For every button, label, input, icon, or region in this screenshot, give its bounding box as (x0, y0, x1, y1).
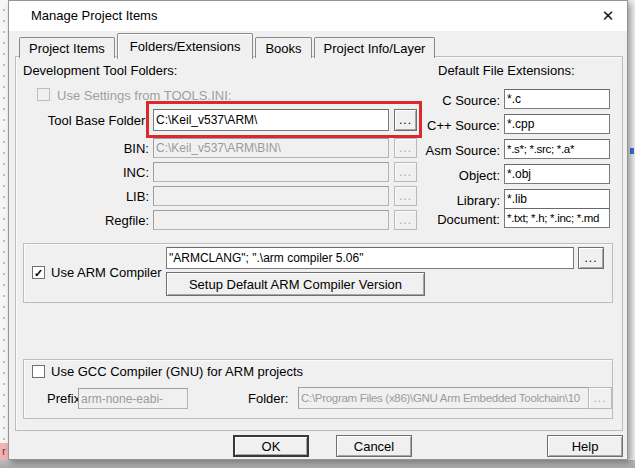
title-bar: Manage Project Items ✕ (9, 1, 627, 31)
ellipsis-icon: ... (399, 115, 412, 125)
cpp-source-label: C++ Source: (414, 118, 500, 133)
tab-books[interactable]: Books (255, 37, 311, 58)
background-bottom-edge (0, 460, 635, 468)
tab-strip: Project Items Folders/Extensions Books P… (19, 32, 437, 58)
gcc-folder-input (298, 387, 591, 409)
background-right-edge (628, 0, 635, 460)
tool-base-folder-label: Tool Base Folder: (19, 113, 149, 128)
c-source-label: C Source: (414, 93, 500, 108)
inc-label: INC: (19, 165, 149, 180)
document-input[interactable] (504, 208, 610, 228)
gcc-folder-label: Folder: (248, 391, 288, 406)
regfile-label: Regfile: (19, 213, 149, 228)
c-source-input[interactable] (504, 89, 610, 109)
object-label: Object: (414, 168, 500, 183)
ellipsis-icon: ... (585, 253, 598, 263)
asm-source-label: Asm Source: (414, 143, 500, 158)
use-gcc-compiler-checkbox[interactable] (32, 365, 45, 378)
regfile-input (153, 210, 389, 230)
lib-label: LIB: (19, 189, 149, 204)
use-settings-tools-ini-label: Use Settings from TOOLS.INI: (57, 88, 231, 103)
document-label: Document: (414, 212, 500, 227)
tool-base-folder-input[interactable] (153, 109, 389, 131)
ellipsis-icon: ... (399, 191, 412, 201)
page-title: Manage Project Items (31, 8, 157, 23)
bin-input (153, 138, 389, 158)
tab-project-items[interactable]: Project Items (19, 37, 115, 58)
asm-source-input[interactable] (504, 139, 610, 159)
gcc-folder-browse-button: ... (588, 387, 612, 409)
ellipsis-icon: ... (399, 143, 412, 153)
ellipsis-icon: ... (399, 167, 412, 177)
tab-folders-extensions[interactable]: Folders/Extensions (117, 33, 254, 59)
check-icon: ✓ (34, 267, 43, 279)
close-icon[interactable]: ✕ (597, 6, 619, 26)
background-artifact-blue (630, 148, 634, 154)
help-button[interactable]: Help (547, 435, 623, 457)
arm-compiler-input[interactable] (166, 247, 574, 269)
cancel-button[interactable]: Cancel (336, 435, 412, 457)
library-label: Library: (414, 193, 500, 208)
lib-input (153, 186, 389, 206)
ok-button[interactable]: OK (233, 435, 309, 457)
ellipsis-icon: ... (594, 393, 607, 403)
tab-project-info-layer[interactable]: Project Info/Layer (314, 37, 436, 58)
ellipsis-icon: ... (399, 215, 412, 225)
object-input[interactable] (504, 164, 610, 184)
gcc-prefix-input (78, 388, 188, 409)
development-tool-folders-label: Development Tool Folders: (23, 63, 177, 78)
use-arm-compiler-checkbox[interactable]: ✓ (32, 266, 45, 279)
library-input[interactable] (504, 189, 610, 209)
use-settings-tools-ini-checkbox[interactable] (37, 88, 50, 101)
default-file-extensions-label: Default File Extensions: (438, 63, 575, 78)
setup-default-arm-compiler-button[interactable]: Setup Default ARM Compiler Version (166, 272, 425, 296)
inc-input (153, 162, 389, 182)
background-left-edge: r (0, 0, 8, 468)
use-arm-compiler-label: Use ARM Compiler (51, 265, 162, 280)
cpp-source-input[interactable] (504, 114, 610, 134)
bin-label: BIN: (19, 141, 149, 156)
manage-project-items-dialog: Manage Project Items ✕ Project Items Fol… (8, 0, 628, 460)
arm-compiler-browse-button[interactable]: ... (578, 247, 604, 269)
use-gcc-compiler-label: Use GCC Compiler (GNU) for ARM projects (51, 364, 303, 379)
